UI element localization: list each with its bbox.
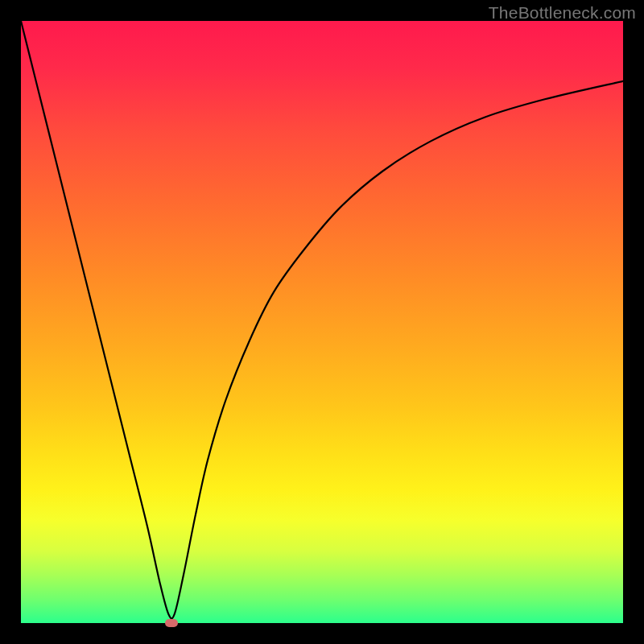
curve-svg [21,21,623,623]
plot-area [21,21,623,623]
watermark-text: TheBottleneck.com [489,3,636,23]
vertex-marker [165,619,178,627]
curve-path [21,21,623,618]
chart-frame: TheBottleneck.com [0,0,644,644]
